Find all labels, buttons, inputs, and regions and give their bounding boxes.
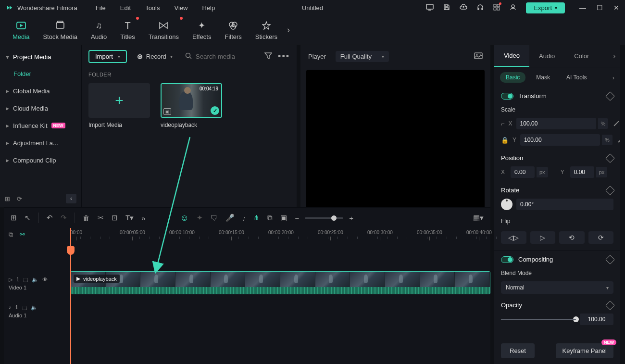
compositing-toggle[interactable] — [501, 256, 513, 263]
cloud-icon[interactable] — [460, 4, 467, 12]
new-folder-icon[interactable]: ⊞ — [5, 195, 10, 202]
link-track-icon[interactable]: ⚯ — [20, 231, 25, 238]
rotate-cw-button[interactable]: ⟳ — [588, 231, 614, 244]
zoom-in-icon[interactable]: + — [349, 214, 353, 222]
sidebar-compound-clip[interactable]: ▸Compound Clip — [0, 151, 81, 169]
music-icon[interactable]: ♪ — [242, 214, 246, 222]
menu-edit[interactable]: Edit — [120, 4, 131, 12]
keyframe-icon[interactable] — [605, 301, 615, 310]
visibility-icon[interactable]: 👁 — [42, 276, 48, 282]
account-icon[interactable] — [510, 4, 516, 12]
subtab-mask[interactable]: Mask — [530, 72, 556, 83]
import-button[interactable]: Import▾ — [88, 50, 127, 63]
playhead[interactable] — [70, 228, 71, 364]
lock-icon[interactable]: ⬚ — [22, 304, 27, 311]
sidebar-project-media[interactable]: ▾Project Media — [0, 48, 81, 65]
tab-stickers[interactable]: Stickers — [249, 17, 284, 43]
tab-stock-media[interactable]: Stock Media — [36, 17, 84, 43]
grid-icon[interactable]: ⊞ — [11, 213, 17, 222]
zoom-slider[interactable] — [305, 217, 343, 219]
undo-icon[interactable]: ↶ — [47, 213, 53, 222]
reset-button[interactable]: Reset — [501, 343, 535, 358]
slider-handle[interactable] — [573, 316, 579, 322]
lock-icon[interactable]: ⬚ — [23, 276, 28, 283]
more-tools-icon[interactable]: » — [141, 214, 145, 222]
mic-icon[interactable]: 🎤 — [225, 213, 235, 222]
tab-audio[interactable]: ♫ Audio — [84, 17, 113, 43]
sidebar-adjustment-layer[interactable]: ▸Adjustment La... — [0, 134, 81, 151]
maximize-icon[interactable]: ☐ — [597, 4, 603, 12]
redo-icon[interactable]: ↷ — [61, 213, 67, 222]
panel-tab-video[interactable]: Video — [494, 45, 529, 67]
collapse-sidebar-icon[interactable]: ‹ — [66, 194, 76, 203]
mute-icon[interactable]: 🔈 — [32, 276, 38, 283]
panel-tab-audio[interactable]: Audio — [529, 46, 564, 66]
headphones-icon[interactable] — [477, 4, 484, 12]
tab-transitions[interactable]: Transitions — [142, 17, 186, 43]
position-y-input[interactable] — [570, 166, 594, 178]
delete-icon[interactable]: 🗑 — [83, 214, 90, 222]
transform-toggle[interactable] — [501, 93, 513, 100]
media-clip-card[interactable]: 00:04:19 ▣ ✓ videoplayback — [161, 83, 222, 128]
sidebar-influence-kit[interactable]: ▸Influence KitNEW — [0, 117, 81, 134]
minimize-icon[interactable]: — — [579, 4, 586, 12]
keyframe-icon[interactable] — [605, 153, 615, 163]
tab-filters[interactable]: Filters — [218, 17, 248, 43]
tab-media[interactable]: Media — [6, 17, 36, 43]
menu-file[interactable]: File — [96, 4, 106, 12]
keyframe-icon[interactable] — [614, 121, 619, 126]
tab-titles[interactable]: T Titles — [113, 17, 142, 43]
export-button[interactable]: Export▾ — [526, 2, 565, 13]
keyframe-icon[interactable] — [605, 255, 615, 264]
timeline-video-clip[interactable]: ▶videoplayback — [70, 271, 490, 294]
close-icon[interactable]: ✕ — [613, 4, 619, 12]
sidebar-cloud-media[interactable]: ▸Cloud Media — [0, 100, 81, 117]
tab-effects[interactable]: ✦ Effects — [186, 17, 218, 43]
shield-icon[interactable]: ⛉ — [211, 214, 218, 222]
track-display-icon[interactable]: ▦▾ — [473, 213, 484, 222]
sparkle-icon[interactable]: ✦ — [197, 213, 203, 222]
caption-icon[interactable]: ▣ — [280, 213, 287, 222]
rotate-ccw-button[interactable]: ⟲ — [559, 231, 585, 244]
save-icon[interactable] — [443, 4, 450, 12]
display-icon[interactable] — [426, 4, 434, 12]
timeline-ruler[interactable]: 00:0000:00:05:0000:00:10:0000:00:15:0000… — [70, 228, 490, 246]
lock-icon[interactable]: 🔒 — [501, 137, 509, 144]
rotate-input[interactable] — [516, 199, 613, 210]
zoom-out-icon[interactable]: − — [295, 214, 299, 222]
marker-split-icon[interactable]: ⋔ — [253, 213, 260, 222]
position-x-input[interactable] — [511, 166, 535, 178]
keyframe-icon[interactable] — [605, 91, 615, 101]
keyframe-panel-button[interactable]: Keyframe Panel NEW — [556, 343, 614, 358]
overlap-icon[interactable]: ⧉ — [267, 213, 273, 222]
layers-icon[interactable]: ⧉ — [9, 231, 13, 238]
text-icon[interactable]: T▾ — [125, 213, 134, 222]
blendmode-select[interactable]: Normal▾ — [501, 281, 613, 294]
filter-icon[interactable] — [264, 52, 272, 61]
snapshot-export-icon[interactable] — [474, 52, 483, 61]
quality-select[interactable]: Full Quality▾ — [336, 51, 389, 62]
scale-x-input[interactable] — [516, 118, 596, 129]
apps-icon[interactable] — [493, 4, 500, 12]
mute-icon[interactable]: 🔈 — [31, 304, 38, 311]
cursor-icon[interactable]: ↖ — [25, 213, 31, 222]
panel-tab-more-icon[interactable]: › — [609, 52, 620, 60]
flip-horizontal-button[interactable]: ◁▷ — [501, 231, 526, 244]
rotate-knob[interactable] — [501, 199, 512, 210]
flip-vertical-button[interactable]: ▷ — [530, 231, 556, 244]
panel-tab-color[interactable]: Color — [564, 46, 599, 66]
sync-folder-icon[interactable]: ⟳ — [17, 195, 22, 202]
sidebar-global-media[interactable]: ▸Global Media — [0, 82, 81, 100]
more-icon[interactable]: ••• — [278, 51, 290, 62]
cut-icon[interactable]: ✂ — [98, 213, 104, 222]
subtab-more-icon[interactable]: › — [612, 74, 614, 81]
subtab-basic[interactable]: Basic — [500, 72, 525, 83]
opacity-value[interactable]: 100.00 — [580, 314, 613, 325]
subtab-aitools[interactable]: AI Tools — [561, 72, 592, 83]
keyframe-icon[interactable] — [618, 137, 620, 142]
tabs-more-icon[interactable]: › — [287, 25, 290, 35]
menu-tools[interactable]: Tools — [145, 4, 160, 12]
menu-view[interactable]: View — [174, 4, 188, 12]
record-button[interactable]: Record▾ — [133, 51, 177, 62]
menu-help[interactable]: Help — [202, 4, 215, 12]
